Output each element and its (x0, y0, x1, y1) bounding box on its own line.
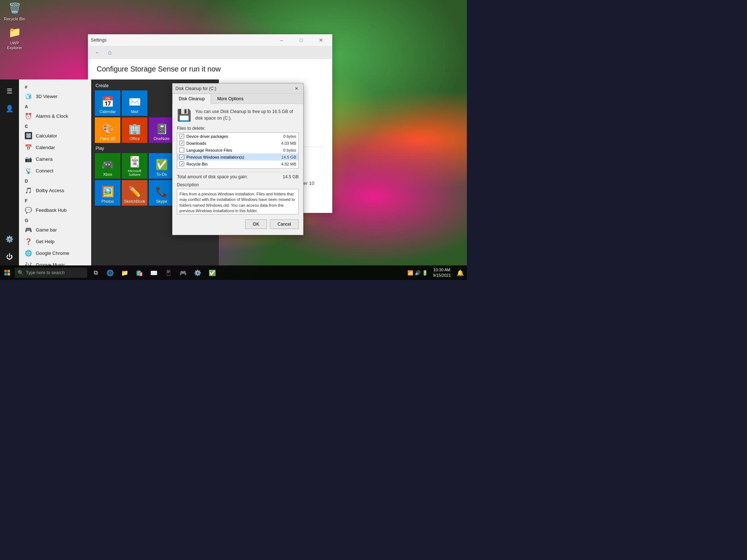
disk-files-label: Files to delete: (177, 126, 299, 131)
taskbar-volume-icon[interactable]: 🔊 (415, 270, 421, 276)
tile-solitaire-icon: 🃏 (128, 156, 141, 168)
disk-file-cb-4[interactable]: ✓ (179, 162, 184, 166)
tile-photos-label: Photos (101, 199, 114, 203)
tile-todo-icon: ✅ (155, 159, 168, 171)
tile-paint3d[interactable]: 🎨 Paint 3D (95, 117, 120, 143)
disk-total-row: Total amount of disk space you gain: 14.… (177, 172, 299, 179)
app-icon-calculator: 🔢 (25, 132, 32, 139)
disk-cleanup-titlebar: Disk Cleanup for (C:) ✕ (173, 83, 303, 94)
start-power-btn[interactable]: ⏻ (0, 248, 19, 265)
tile-xbox[interactable]: 🎮 Xbox (95, 153, 120, 179)
disk-info-row: 💾 You can use Disk Cleanup to free up to… (177, 108, 299, 122)
windows-logo-icon (4, 270, 10, 276)
app-label-alarms: Alarms & Clock (36, 113, 68, 119)
tile-onenote-label: OneNote (154, 136, 170, 141)
tile-skype[interactable]: 📞 Skype (149, 180, 174, 206)
disk-file-row-1[interactable]: ✓ Downloads 4.03 MB (177, 140, 298, 147)
taskbar-task-view-btn[interactable]: ⧉ (89, 265, 102, 280)
app-item-feedback[interactable]: 💬 Feedback Hub (19, 204, 91, 216)
app-item-groove[interactable]: 🎶 Groove Music (19, 259, 91, 265)
disk-file-cb-0[interactable]: ✓ (179, 134, 184, 139)
tile-solitaire[interactable]: 🃏 MicrosoftSolitaire (122, 153, 147, 179)
svg-rect-1 (8, 270, 10, 272)
taskbar-phone-btn[interactable]: 📱 (162, 265, 175, 280)
search-icon: 🔍 (18, 270, 24, 276)
app-item-connect[interactable]: 📡 Connect (19, 165, 91, 176)
taskbar-search-input[interactable] (26, 270, 84, 275)
taskbar-network-icon[interactable]: 📶 (407, 270, 413, 276)
disk-file-row-3[interactable]: ✓ Previous Windows installation(s) 14.5 … (177, 153, 298, 160)
settings-minimize-btn[interactable]: – (273, 34, 290, 46)
taskbar-xbox-btn[interactable]: 🎮 (176, 265, 190, 280)
taskbar-clock[interactable]: 10:30 AM 9/15/2021 (430, 265, 454, 280)
tile-calendar[interactable]: 📅 Calendar (95, 90, 120, 116)
disk-cancel-btn[interactable]: Cancel (270, 219, 299, 229)
app-label-calendar: Calendar (36, 145, 55, 150)
disk-tab-cleanup[interactable]: Disk Cleanup (173, 94, 211, 104)
app-item-alarms[interactable]: ⏰ Alarms & Clock (19, 110, 91, 122)
tile-paint3d-label: Paint 3D (100, 136, 115, 141)
disk-ok-btn[interactable]: OK (245, 219, 267, 229)
app-item-gamebar[interactable]: 🎮 Game bar (19, 224, 91, 236)
disk-cleanup-title: Disk Cleanup for (C:) (175, 86, 293, 91)
start-button[interactable] (0, 265, 15, 280)
app-label-groove: Groove Music (36, 262, 65, 266)
tile-onenote[interactable]: 📓 OneNote (149, 117, 174, 143)
app-icon-chrome: 🌐 (25, 249, 32, 257)
app-item-3dviewer[interactable]: 🧊 3D Viewer (19, 90, 91, 102)
desktop-icon-recycle-bin[interactable]: 🗑️ Recycle Bin (2, 1, 27, 22)
taskbar-mail-btn[interactable]: ✉️ (147, 265, 161, 280)
app-item-chrome[interactable]: 🌐 Google Chrome (19, 247, 91, 259)
disk-info-text: You can use Disk Cleanup to free up to 1… (195, 108, 299, 121)
disk-desc-label: Description (177, 182, 299, 187)
disk-tab-more-options[interactable]: More Options (211, 94, 249, 104)
taskbar-store-btn[interactable]: 🛍️ (132, 265, 146, 280)
tile-sketchbook[interactable]: ✏️ SketchBook (122, 180, 147, 206)
taskbar: 🔍 ⧉ 🌐 📁 🛍️ ✉️ 📱 🎮 ⚙️ ✅ 📶 🔊 🔋 10:30 AM 9/… (0, 265, 467, 280)
taskbar-todo-btn[interactable]: ✅ (205, 265, 219, 280)
tile-skype-icon: 📞 (155, 186, 168, 198)
taskbar-battery-icon: 🔋 (422, 270, 428, 276)
disk-cleanup-tabs: Disk Cleanup More Options (173, 94, 303, 104)
settings-maximize-btn[interactable]: □ (293, 34, 310, 46)
app-item-calculator[interactable]: 🔢 Calculator (19, 130, 91, 141)
disk-file-cb-1[interactable]: ✓ (179, 141, 184, 145)
disk-file-row-2[interactable]: Language Resource Files 0 bytes (177, 147, 298, 153)
disk-file-row-0[interactable]: ✓ Device driver packages 0 bytes (177, 133, 298, 140)
settings-close-btn[interactable]: ✕ (313, 34, 329, 46)
app-label-connect: Connect (36, 168, 53, 174)
app-item-dolby[interactable]: 🎵 Dolby Access (19, 184, 91, 196)
tile-todo[interactable]: ✅ To-Do (149, 153, 174, 179)
settings-home-btn[interactable]: ⌂ (105, 47, 115, 58)
taskbar-notification-btn[interactable]: 🔔 (454, 265, 467, 280)
svg-rect-0 (4, 270, 7, 272)
desktop-icon-uwp[interactable]: 📁 UWPExplorer (2, 25, 27, 50)
app-item-calendar[interactable]: 📅 Calendar (19, 141, 91, 153)
settings-back-btn[interactable]: ← (92, 47, 102, 58)
disk-file-size-2: 0 bytes (278, 148, 296, 152)
taskbar-sys-icons: 📶 🔊 🔋 (405, 265, 430, 280)
taskbar-settings-btn[interactable]: ⚙️ (191, 265, 205, 280)
start-user-btn[interactable]: 👤 (0, 100, 19, 117)
disk-file-cb-2[interactable] (179, 148, 184, 152)
tile-xbox-label: Xbox (103, 172, 112, 176)
tile-photos[interactable]: 🖼️ Photos (95, 180, 120, 206)
app-item-gethelp[interactable]: ❓ Get Help (19, 236, 91, 247)
start-hamburger-btn[interactable]: ☰ (0, 82, 19, 100)
start-settings-btn[interactable]: ⚙️ (0, 230, 19, 248)
tile-mail[interactable]: ✉️ Mail (122, 90, 147, 116)
app-item-camera[interactable]: 📷 Camera (19, 153, 91, 165)
taskbar-edge-btn[interactable]: 🌐 (103, 265, 117, 280)
disk-file-row-4[interactable]: ✓ Recycle Bin 4.82 MB (177, 160, 298, 167)
taskbar-search-box[interactable]: 🔍 (15, 268, 87, 278)
tile-office-icon: 🏢 (128, 123, 141, 135)
apps-section-a: A (19, 102, 91, 110)
disk-cleanup-close-btn[interactable]: ✕ (293, 85, 300, 92)
tile-mail-icon: ✉️ (128, 96, 141, 108)
tile-office[interactable]: 🏢 Office (122, 117, 147, 143)
disk-drive-icon: 💾 (177, 108, 191, 122)
app-icon-3dviewer: 🧊 (25, 93, 32, 100)
taskbar-explorer-btn[interactable]: 📁 (118, 265, 132, 280)
disk-file-cb-3[interactable]: ✓ (179, 155, 184, 159)
disk-total-label: Total amount of disk space you gain: (177, 174, 248, 179)
